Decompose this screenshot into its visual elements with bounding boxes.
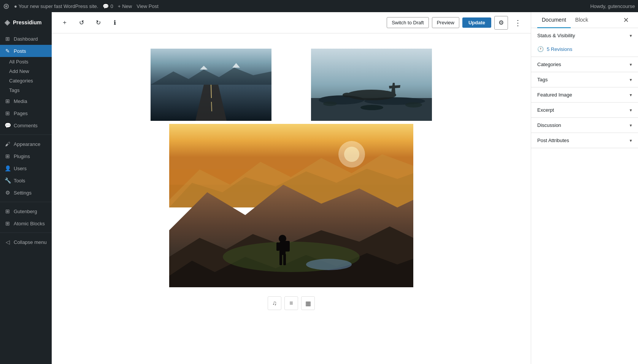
panel-section-status: Status & Visibility ▾ 🕐 5 Revisions <box>531 28 638 57</box>
plugins-label: Plugins <box>14 154 30 159</box>
discussion-header[interactable]: Discussion ▾ <box>531 118 638 133</box>
howdy-text: Howdy, gutencourse <box>590 3 635 9</box>
close-icon: ✕ <box>623 16 629 24</box>
svg-point-19 <box>360 105 383 110</box>
sidebar-sub-tags[interactable]: Tags <box>0 85 52 95</box>
posts-icon: ✎ <box>5 48 11 54</box>
status-visibility-header[interactable]: Status & Visibility ▾ <box>531 28 638 43</box>
info-button[interactable]: ℹ <box>108 16 122 30</box>
add-new-label: Add New <box>9 68 29 74</box>
gallery-image-mountain[interactable] <box>132 124 451 289</box>
editor-area: ＋ ↺ ↻ ℹ Switch to Draft Preview Update ⚙ <box>52 12 531 364</box>
excerpt-chevron-icon: ▾ <box>630 108 632 113</box>
sidebar-brand[interactable]: ◈ Pressidium <box>0 15 52 33</box>
preview-button[interactable]: Preview <box>432 17 459 28</box>
wp-logo-icon[interactable]: ⊛ <box>3 2 10 11</box>
panel-section-discussion: Discussion ▾ <box>531 118 638 133</box>
audio-block-button[interactable]: ♫ <box>268 296 281 310</box>
update-button[interactable]: Update <box>462 17 491 28</box>
sidebar-item-atomic-blocks[interactable]: ⊞ Atomic Blocks <box>0 217 52 229</box>
sidebar-divider-1 <box>0 135 52 135</box>
collapse-icon: ◁ <box>5 239 11 245</box>
post-attributes-chevron-icon: ▾ <box>630 138 632 143</box>
more-options-button[interactable]: ⋮ <box>511 16 525 30</box>
sidebar-sub-all-posts[interactable]: All Posts <box>0 57 52 66</box>
featured-image-header[interactable]: Featured Image ▾ <box>531 87 638 102</box>
revisions-row[interactable]: 🕐 5 Revisions <box>531 43 638 57</box>
switch-to-draft-button[interactable]: Switch to Draft <box>387 17 429 28</box>
sidebar-item-users[interactable]: 👤 Users <box>0 162 52 174</box>
canvas-area[interactable]: ♫ ≡ ▦ <box>52 33 531 364</box>
comments-link[interactable]: 💬 0 <box>103 3 113 9</box>
sidebar-item-posts[interactable]: ✎ Posts <box>0 45 52 57</box>
sidebar-item-settings[interactable]: ⚙ Settings <box>0 187 52 199</box>
sidebar-item-gutenberg[interactable]: ⊞ Gutenberg <box>0 205 52 217</box>
featured-image-label: Featured Image <box>537 92 572 98</box>
sidebar-sub-add-new[interactable]: Add New <box>0 66 52 76</box>
gallery-image-plane[interactable] <box>292 49 451 122</box>
tags-header[interactable]: Tags ▾ <box>531 72 638 87</box>
svg-rect-33 <box>279 254 282 265</box>
site-icon: ● <box>14 3 17 9</box>
view-post-link[interactable]: View Post <box>136 3 159 9</box>
categories-chevron-icon: ▾ <box>630 62 632 67</box>
list-icon: ≡ <box>289 300 293 307</box>
revisions-label: 5 Revisions <box>547 46 572 52</box>
sidebar-sub-categories[interactable]: Categories <box>0 76 52 85</box>
appearance-icon: 🖌 <box>5 141 11 147</box>
site-name[interactable]: ● Your new super fast WordPress site. <box>14 3 98 9</box>
redo-icon: ↻ <box>96 19 101 26</box>
undo-icon: ↺ <box>79 19 84 26</box>
panel-section-tags: Tags ▾ <box>531 72 638 87</box>
discussion-chevron-icon: ▾ <box>630 123 632 128</box>
svg-point-18 <box>405 102 422 108</box>
categories-header[interactable]: Categories ▾ <box>531 57 638 72</box>
svg-point-29 <box>306 259 352 270</box>
list-block-button[interactable]: ≡ <box>284 296 298 310</box>
block-toolbar-bottom: ♫ ≡ ▦ <box>132 292 451 315</box>
gutenberg-icon: ⊞ <box>5 208 11 214</box>
add-block-button[interactable]: ＋ <box>58 16 71 30</box>
all-posts-label: All Posts <box>9 59 29 65</box>
post-attributes-header[interactable]: Post Attributes ▾ <box>531 133 638 148</box>
comments-icon: 💬 <box>103 3 109 9</box>
pages-label: Pages <box>14 111 28 116</box>
tags-panel-label: Tags <box>537 77 548 82</box>
admin-bar: ⊛ ● Your new super fast WordPress site. … <box>0 0 638 12</box>
gallery-image-road[interactable] <box>132 49 290 122</box>
image-block-button[interactable]: ▦ <box>301 296 315 310</box>
sidebar-item-comments[interactable]: 💬 Comments <box>0 119 52 131</box>
sidebar-item-appearance[interactable]: 🖌 Appearance <box>0 138 52 150</box>
sidebar-item-plugins[interactable]: ⊞ Plugins <box>0 150 52 162</box>
pages-icon: ⊞ <box>5 110 11 116</box>
svg-point-17 <box>323 101 337 106</box>
tab-block[interactable]: Block <box>571 12 593 28</box>
sidebar-item-pages[interactable]: ⊞ Pages <box>0 107 52 119</box>
close-panel-button[interactable]: ✕ <box>620 14 632 26</box>
post-attributes-label: Post Attributes <box>537 138 569 143</box>
settings-panel-button[interactable]: ⚙ <box>494 16 508 30</box>
right-panel-content: Status & Visibility ▾ 🕐 5 Revisions Cate… <box>531 28 638 364</box>
collapse-label: Collapse menu <box>14 239 47 245</box>
revisions-clock-icon: 🕐 <box>537 46 544 52</box>
sidebar-item-media[interactable]: ⊞ Media <box>0 95 52 107</box>
sidebar-item-tools[interactable]: 🔧 Tools <box>0 174 52 187</box>
undo-button[interactable]: ↺ <box>75 16 88 30</box>
sidebar-divider-2 <box>0 202 52 202</box>
redo-button[interactable]: ↻ <box>91 16 105 30</box>
appearance-label: Appearance <box>14 141 40 147</box>
tags-chevron-icon: ▾ <box>630 77 632 82</box>
new-button[interactable]: + New <box>118 3 132 9</box>
info-icon: ℹ <box>114 19 116 26</box>
sidebar: ◈ Pressidium ⊞ Dashboard ✎ Posts All Pos… <box>0 12 52 364</box>
tab-document[interactable]: Document <box>537 12 571 28</box>
sidebar-item-dashboard[interactable]: ⊞ Dashboard <box>0 33 52 45</box>
panel-section-categories: Categories ▾ <box>531 57 638 72</box>
users-label: Users <box>14 166 27 171</box>
sidebar-item-collapse[interactable]: ◁ Collapse menu <box>0 236 52 248</box>
svg-rect-36 <box>286 242 289 251</box>
atomic-blocks-icon: ⊞ <box>5 220 11 226</box>
sidebar-divider-3 <box>0 233 52 233</box>
excerpt-header[interactable]: Excerpt ▾ <box>531 103 638 117</box>
media-icon: ⊞ <box>5 98 11 104</box>
